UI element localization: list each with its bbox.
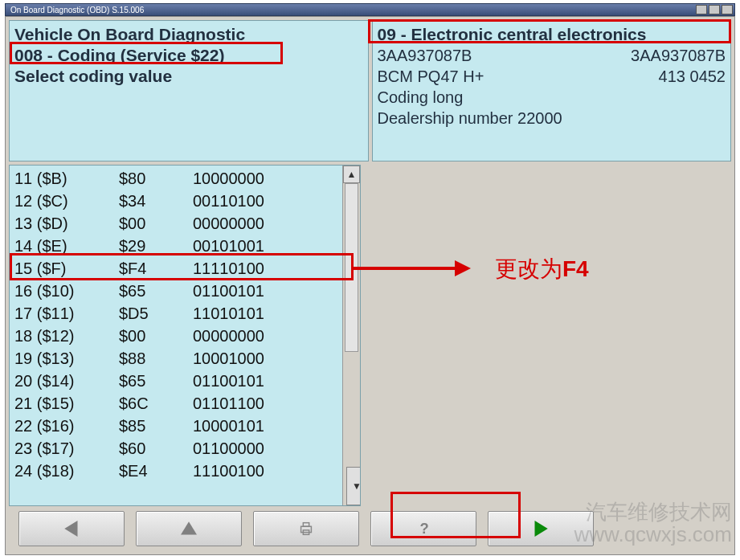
row-index: 22 ($16) (14, 417, 119, 435)
maximize-button[interactable] (709, 5, 720, 14)
row-value: $60 (119, 439, 193, 458)
row-index: 21 ($15) (14, 394, 119, 413)
row-binary: 01100000 (193, 439, 342, 458)
row-binary: 00101001 (193, 237, 342, 255)
bcm-label: BCM PQ47 H+ (378, 66, 659, 87)
list-item[interactable]: 22 ($16)$8510000101 (14, 415, 342, 437)
coding-list: 11 ($B)$801000000012 ($C)$340011010013 (… (9, 165, 361, 506)
row-binary: 01100101 (193, 372, 342, 390)
row-index: 17 ($11) (14, 305, 119, 323)
bottom-toolbar: ? (9, 511, 731, 550)
back-button[interactable] (18, 511, 125, 546)
scrollbar: ▲ ▼ (342, 166, 360, 505)
window-title: On Board Diagnostic (OBD) S.15.006 (10, 6, 144, 14)
print-button[interactable] (253, 511, 359, 546)
dealer-number-label: Dealership number 22000 (378, 108, 726, 129)
row-value: $85 (119, 417, 193, 435)
list-item[interactable]: 17 ($11)$D511010101 (14, 302, 342, 325)
row-binary: 01101100 (193, 394, 342, 413)
list-item[interactable]: 24 ($18)$E411100100 (14, 460, 342, 482)
coding-list-inner[interactable]: 11 ($B)$801000000012 ($C)$340011010013 (… (10, 166, 342, 505)
scroll-up-button[interactable]: ▲ (343, 166, 360, 183)
row-index: 11 ($B) (14, 170, 119, 188)
list-item[interactable]: 18 ($12)$0000000000 (14, 325, 342, 347)
close-button[interactable] (722, 5, 733, 14)
main-window: Vehicle On Board Diagnostic 008 - Coding… (5, 16, 735, 555)
row-value: $6C (119, 394, 193, 413)
content-area: 11 ($B)$801000000012 ($C)$340011010013 (… (9, 165, 731, 506)
scroll-down-button[interactable]: ▼ (346, 467, 361, 505)
row-value: $65 (119, 282, 193, 300)
row-index: 24 ($18) (14, 462, 119, 480)
row-binary: 11110100 (193, 260, 342, 278)
row-binary: 00000000 (193, 327, 342, 345)
bcm-version: 413 0452 (659, 66, 726, 87)
up-button[interactable] (136, 511, 242, 546)
row-index: 16 ($10) (14, 282, 119, 300)
row-binary: 11010101 (193, 305, 342, 323)
row-value: $F4 (119, 260, 193, 278)
row-value: $65 (119, 372, 193, 390)
svg-rect-3 (303, 523, 309, 527)
part-number-right: 3AA937087B (631, 45, 726, 66)
select-coding-label: Select coding value (14, 66, 363, 87)
forward-button[interactable] (488, 511, 594, 546)
svg-marker-1 (181, 521, 197, 534)
row-index: 15 ($F) (14, 260, 119, 278)
help-button[interactable]: ? (370, 511, 476, 546)
svg-marker-6 (535, 521, 548, 537)
right-blank-panel (364, 165, 731, 506)
row-value: $88 (119, 349, 193, 368)
part-number-left: 3AA937087B (378, 45, 632, 66)
row-value: $D5 (119, 305, 193, 323)
row-value: $00 (119, 215, 193, 233)
scroll-thumb[interactable] (345, 183, 358, 352)
row-binary: 10001000 (193, 349, 342, 368)
svg-marker-0 (64, 521, 77, 537)
triangle-left-icon (59, 517, 84, 541)
row-binary: 11100100 (193, 462, 342, 480)
row-value: $00 (119, 327, 193, 345)
row-binary: 01100101 (193, 282, 342, 300)
coding-long-label: Coding long (378, 87, 726, 108)
row-binary: 10000101 (193, 417, 342, 435)
row-index: 20 ($14) (14, 372, 119, 390)
row-index: 19 ($13) (14, 349, 119, 368)
row-index: 18 ($12) (14, 327, 119, 345)
question-icon: ? (415, 520, 432, 538)
row-binary: 00110100 (193, 192, 342, 211)
header-right-panel: 09 - Electronic central electronics 3AA9… (372, 20, 732, 161)
list-item[interactable]: 16 ($10)$6501100101 (14, 280, 342, 302)
list-item[interactable]: 19 ($13)$8810001000 (14, 347, 342, 370)
window-controls (696, 5, 734, 14)
row-value: $E4 (119, 462, 193, 480)
triangle-up-icon (177, 517, 201, 541)
list-item[interactable]: 15 ($F)$F411110100 (14, 257, 342, 280)
list-item[interactable]: 12 ($C)$3400110100 (14, 190, 342, 212)
svg-text:?: ? (419, 520, 428, 537)
module-name-label: 09 - Electronic central electronics (378, 24, 726, 45)
row-value: $80 (119, 170, 193, 188)
row-binary: 10000000 (193, 170, 342, 188)
list-item[interactable]: 20 ($14)$6501100101 (14, 370, 342, 392)
row-value: $29 (119, 237, 193, 255)
titlebar: On Board Diagnostic (OBD) S.15.006 (5, 3, 735, 16)
svg-rect-2 (301, 526, 312, 532)
triangle-right-icon (529, 517, 553, 541)
printer-icon (297, 520, 315, 538)
vehicle-obd-heading: Vehicle On Board Diagnostic (14, 24, 363, 45)
row-index: 12 ($C) (14, 192, 119, 211)
minimize-button[interactable] (696, 5, 707, 14)
row-binary: 00000000 (193, 215, 342, 233)
list-item[interactable]: 21 ($15)$6C01101100 (14, 392, 342, 415)
row-value: $34 (119, 192, 193, 211)
list-item[interactable]: 14 ($E)$2900101001 (14, 235, 342, 257)
list-item[interactable]: 13 ($D)$0000000000 (14, 212, 342, 235)
header-area: Vehicle On Board Diagnostic 008 - Coding… (9, 20, 731, 161)
coding-service-label: 008 - Coding (Service $22) (14, 45, 363, 66)
list-item[interactable]: 11 ($B)$8010000000 (14, 167, 342, 190)
row-index: 23 ($17) (14, 439, 119, 458)
list-item[interactable]: 23 ($17)$6001100000 (14, 437, 342, 460)
row-index: 14 ($E) (14, 237, 119, 255)
row-index: 13 ($D) (14, 215, 119, 233)
